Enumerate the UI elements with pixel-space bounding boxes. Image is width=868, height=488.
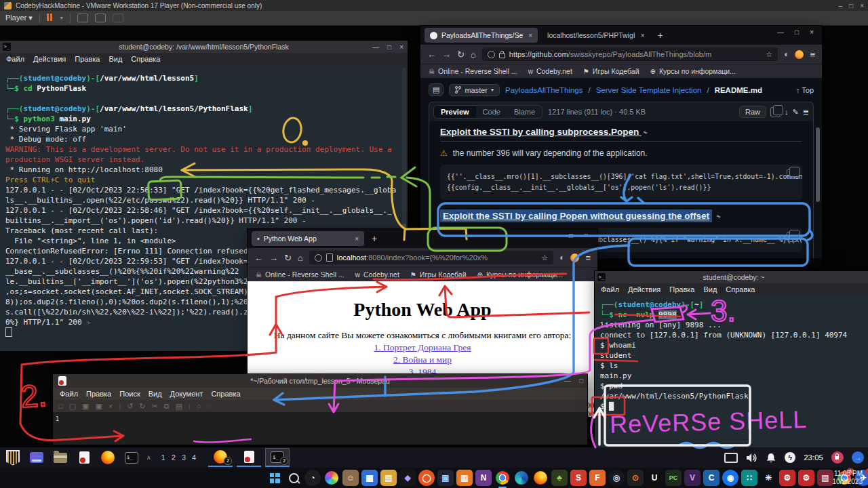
suspend-caret-icon[interactable]: ▾ [60, 15, 63, 21]
display-icon[interactable] [724, 453, 738, 463]
obs-icon[interactable]: ◎ [608, 470, 625, 486]
menu-item-поиск[interactable]: Поиск [119, 390, 140, 398]
red-gear-app-icon[interactable]: ⚙ [779, 470, 795, 486]
paste-icon[interactable]: ▤ [176, 402, 182, 411]
fullscreen-icon[interactable] [95, 14, 106, 22]
tab-payloadsallthethings[interactable]: PayloadsAllTheThings/Se × [425, 28, 538, 43]
copy-icon[interactable] [787, 232, 797, 242]
bookmark-item[interactable]: wCodeby.net [355, 270, 399, 279]
network-app-icon[interactable]: ▥ [456, 470, 473, 486]
calendar-app-icon[interactable]: ▦ [361, 470, 378, 486]
vm-cube-app-icon[interactable]: ▣ [437, 470, 454, 486]
media-app-icon[interactable]: ▤ [817, 470, 833, 486]
breadcrumb-section[interactable]: Server Side Template Injection [596, 86, 702, 94]
unreal-icon[interactable]: U [646, 470, 663, 486]
save-as-icon[interactable]: ▣ [95, 402, 102, 411]
new-tab-button[interactable]: + [368, 233, 380, 244]
firefox-icon[interactable] [99, 449, 117, 466]
menu-item-вид[interactable]: Вид [108, 55, 122, 63]
bookmark-item[interactable]: wCodeby.net [528, 67, 572, 75]
power-manager-icon[interactable]: ϟ [785, 452, 795, 463]
foxyproxy-icon[interactable] [795, 50, 804, 59]
tab-python-web-app[interactable]: • Python Web App × [252, 231, 364, 246]
obsidian-icon[interactable]: ◆ [399, 470, 416, 486]
back-icon[interactable]: ← [254, 253, 263, 263]
workspace-switcher[interactable]: 1 2 3 4 [161, 453, 199, 462]
menu-hamburger-icon[interactable]: ≡ [585, 253, 591, 263]
menu-item-правка[interactable]: Правка [75, 55, 100, 63]
onenote-icon[interactable]: N [475, 470, 492, 486]
tab-close-icon[interactable]: × [355, 235, 359, 243]
mousepad-icon[interactable] [75, 449, 93, 466]
s-app-icon[interactable]: S [570, 470, 587, 486]
branch-selector[interactable]: master ▾ [449, 84, 500, 96]
menu-item-файл[interactable]: Файл [6, 55, 24, 63]
maximize-button[interactable]: □ [569, 232, 573, 239]
maps-pin-icon[interactable]: ◉ [722, 470, 738, 486]
bookmark-star-icon[interactable]: ☆ [766, 50, 772, 59]
menu-item-blame[interactable]: Blame [507, 106, 542, 118]
speedtest-icon[interactable]: ◔ [304, 470, 321, 486]
bookmark-item[interactable]: ☠Online - Reverse Shell ... [256, 270, 344, 279]
menu-item-вид[interactable]: Вид [703, 285, 717, 293]
search-icon[interactable]: ○ [197, 402, 201, 410]
forward-icon[interactable]: → [269, 253, 278, 263]
terminal-left-titlebar[interactable]: >_ student@codeby: /var/www/html/lesson5… [0, 41, 408, 53]
firefox-window-button[interactable]: 2 [208, 448, 233, 467]
menu-item-справка[interactable]: Справка [726, 285, 755, 293]
terminal-dropdown-caret[interactable]: ∧ [146, 454, 151, 461]
menu-item-файл[interactable]: Файл [601, 285, 619, 293]
book-link-2[interactable]: 2. Война и мир [248, 354, 597, 365]
maximize-button[interactable]: □ [579, 377, 583, 384]
volume-icon[interactable] [746, 453, 757, 463]
vm-clock[interactable]: 23:05 [804, 453, 823, 462]
extension-shield-icon[interactable]: ◐ [784, 49, 789, 59]
logout-icon[interactable]: → [852, 451, 864, 464]
kali-menu-icon[interactable] [4, 449, 22, 466]
menu-item-вид[interactable]: Вид [149, 390, 162, 398]
book-link-1[interactable]: 1. Портрет Дориана Грея [248, 342, 597, 353]
raw-button[interactable]: Raw [739, 106, 766, 118]
edit-pencil-icon[interactable]: ✎ [793, 108, 799, 117]
minimize-button[interactable]: — [564, 377, 571, 384]
tab-close-icon[interactable]: × [641, 32, 645, 39]
maximize-button[interactable]: □ [387, 43, 391, 51]
maximize-button[interactable]: □ [795, 28, 799, 36]
file-explorer-icon[interactable]: ▤ [380, 470, 397, 486]
ubuntu-icon[interactable]: ◯ [418, 470, 435, 486]
firefox-host-icon[interactable] [532, 470, 549, 486]
vmware-minimize-button[interactable]: – [839, 2, 843, 9]
extension-shield-icon[interactable]: ◐ [559, 253, 564, 262]
menu-hamburger-icon[interactable]: ≡ [810, 49, 815, 60]
menu-item-документ[interactable]: Документ [170, 390, 203, 398]
cut-icon[interactable]: ✂ [152, 402, 158, 411]
bookmark-item[interactable]: ☠Online - Reverse Shell ... [429, 67, 517, 75]
close-button[interactable]: × [810, 28, 814, 36]
windows-clock[interactable]: 11:05 PM 10/2/2023 [833, 470, 863, 486]
file-manager-icon[interactable] [52, 449, 69, 466]
new-tab-button[interactable]: + [654, 30, 667, 41]
tab-localhost-phptwig[interactable]: localhost/lesson5/PHPTwigI × [542, 28, 650, 43]
terminal-right-titlebar[interactable]: >_ student@codeby: ~ [595, 271, 868, 283]
back-icon[interactable]: ← [427, 49, 436, 60]
menu-item-справка[interactable]: Справка [131, 55, 160, 63]
lock-screen-icon[interactable] [831, 451, 844, 464]
bookmark-item[interactable]: ⊕Курсы по информаци... [477, 270, 563, 279]
leaf-app-icon[interactable]: ♣ [551, 470, 568, 486]
minimize-button[interactable]: — [372, 43, 379, 51]
spider-app-icon[interactable]: ✳ [760, 470, 776, 486]
color-wheel-app-icon[interactable] [323, 470, 340, 486]
menu-item-правка[interactable]: Правка [86, 390, 111, 398]
minimize-button[interactable]: — [777, 28, 784, 36]
search-icon[interactable] [285, 470, 302, 486]
vmware-close-button[interactable]: × [860, 2, 864, 9]
menu-item-preview[interactable]: Preview [434, 106, 476, 118]
visual-studio-icon[interactable]: V [684, 470, 701, 486]
vmware-maximize-button[interactable]: □ [849, 2, 853, 9]
search-replace-icon[interactable]: ◌ [208, 402, 212, 410]
chrome-icon[interactable] [494, 470, 511, 486]
start-button[interactable] [267, 470, 283, 486]
blender-icon[interactable]: ⊙ [627, 470, 644, 486]
terminal-right-output[interactable]: ┌──(student@codeby)-[~]└─$ nc -nvlp 9898… [595, 296, 868, 451]
terminal-icon[interactable]: $_ [123, 449, 140, 466]
